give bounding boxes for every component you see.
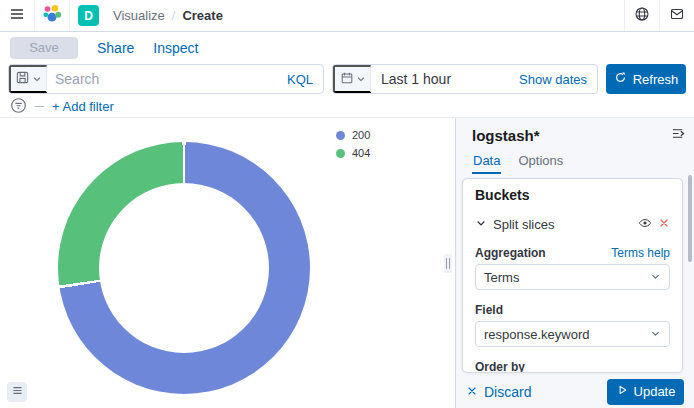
collapse-panel-button[interactable] (671, 126, 686, 144)
chevron-down-icon (32, 72, 42, 87)
buckets-card: Buckets Split slices (462, 178, 683, 373)
aggregation-label: Aggregation (475, 246, 546, 260)
header: D Visualize / Create (0, 0, 694, 32)
kql-button[interactable]: KQL (277, 65, 323, 93)
aggregation-select[interactable]: Terms (475, 264, 670, 290)
legend-toggle-button[interactable] (7, 382, 27, 402)
buckets-title: Buckets (475, 187, 670, 203)
legend-label: 404 (352, 147, 370, 159)
save-button[interactable]: Save (10, 37, 78, 59)
split-slices-label: Split slices (493, 217, 632, 232)
legend-swatch (336, 131, 345, 140)
globe-icon (634, 6, 650, 25)
chevron-down-icon (650, 327, 661, 342)
newsfeed-button[interactable] (660, 0, 694, 31)
filter-dash (35, 106, 44, 107)
legend-label: 200 (352, 129, 370, 141)
menu-button[interactable] (0, 0, 34, 31)
cross-icon (466, 384, 478, 400)
show-dates-button[interactable]: Show dates (509, 65, 597, 93)
chevron-down-icon[interactable] (475, 215, 487, 233)
chart-legend: 200404 (336, 129, 370, 159)
legend-item[interactable]: 404 (336, 147, 370, 159)
date-picker: Last 1 hour Show dates (332, 64, 598, 94)
editor-footer: Discard Update (456, 375, 694, 408)
date-quick-menu-button[interactable] (333, 65, 371, 93)
hamburger-icon (9, 6, 25, 25)
kibana-visualize-page: D Visualize / Create (0, 0, 694, 408)
filter-options-button[interactable] (10, 97, 27, 117)
search-input[interactable] (47, 65, 277, 93)
donut-hole (99, 183, 269, 353)
update-button[interactable]: Update (607, 379, 684, 405)
breadcrumb-visualize[interactable]: Visualize (113, 8, 165, 23)
play-icon (616, 384, 628, 399)
add-filter-button[interactable]: + Add filter (52, 99, 114, 114)
search-box: KQL (8, 64, 324, 94)
header-divider (69, 0, 70, 31)
update-label: Update (634, 384, 676, 399)
refresh-icon (614, 71, 627, 87)
chevron-down-icon (356, 72, 366, 87)
field-group: Field response.keyword (475, 303, 670, 347)
order-by-label: Order by (475, 360, 525, 373)
chart-area: 200404 (0, 118, 455, 408)
inspect-button[interactable]: Inspect (153, 40, 198, 56)
share-button[interactable]: Share (97, 40, 134, 56)
remove-bucket-button[interactable] (658, 217, 670, 232)
elastic-logo-icon (42, 4, 62, 27)
field-value: response.keyword (484, 327, 590, 342)
panel-resize-handle[interactable] (444, 254, 452, 273)
chevron-down-icon (650, 270, 661, 285)
scrollbar[interactable] (688, 175, 692, 262)
donut-chart[interactable] (58, 142, 310, 394)
breadcrumb-separator: / (172, 8, 176, 23)
terms-help-link[interactable]: Terms help (611, 246, 670, 260)
breadcrumb: Visualize / Create (113, 8, 223, 23)
close-icon (658, 217, 670, 232)
legend-swatch (336, 149, 345, 158)
saved-query-menu-button[interactable] (9, 65, 47, 93)
tab-options[interactable]: Options (517, 153, 564, 174)
filter-icon (10, 97, 27, 117)
refresh-button[interactable]: Refresh (606, 64, 686, 94)
editor-tabs: Data Options (472, 153, 564, 174)
list-icon (11, 384, 24, 400)
breadcrumb-create: Create (182, 8, 222, 23)
split-slices-row[interactable]: Split slices (475, 215, 670, 233)
aggregation-group: Aggregation Terms help Terms (475, 246, 670, 290)
elastic-home-button[interactable] (35, 0, 69, 31)
time-range-value[interactable]: Last 1 hour (371, 65, 509, 93)
toolbar: Save Share Inspect (0, 32, 694, 63)
toggle-visibility-button[interactable] (638, 216, 652, 233)
filter-bar: + Add filter (10, 97, 114, 116)
calendar-icon (340, 71, 354, 88)
save-icon (15, 70, 30, 88)
aggregation-value: Terms (484, 270, 519, 285)
mail-icon (669, 6, 685, 25)
discard-button[interactable]: Discard (466, 384, 531, 400)
refresh-label: Refresh (633, 72, 679, 87)
tab-data[interactable]: Data (472, 153, 501, 174)
visualization-editor-panel: logstash* Data Options Buckets (455, 118, 694, 408)
space-badge[interactable]: D (78, 5, 99, 26)
discard-label: Discard (484, 384, 531, 400)
collapse-right-icon (671, 126, 686, 144)
field-select[interactable]: response.keyword (475, 321, 670, 347)
index-pattern-title: logstash* (472, 127, 540, 144)
content: 200404 logstash* (0, 118, 694, 408)
order-by-group: Order by Metric: Count (475, 360, 670, 373)
field-label: Field (475, 303, 503, 317)
legend-item[interactable]: 200 (336, 129, 370, 141)
query-bar: KQL Last 1 hour Show dates (8, 64, 686, 94)
eye-icon (638, 216, 652, 233)
help-menu-button[interactable] (625, 0, 659, 31)
